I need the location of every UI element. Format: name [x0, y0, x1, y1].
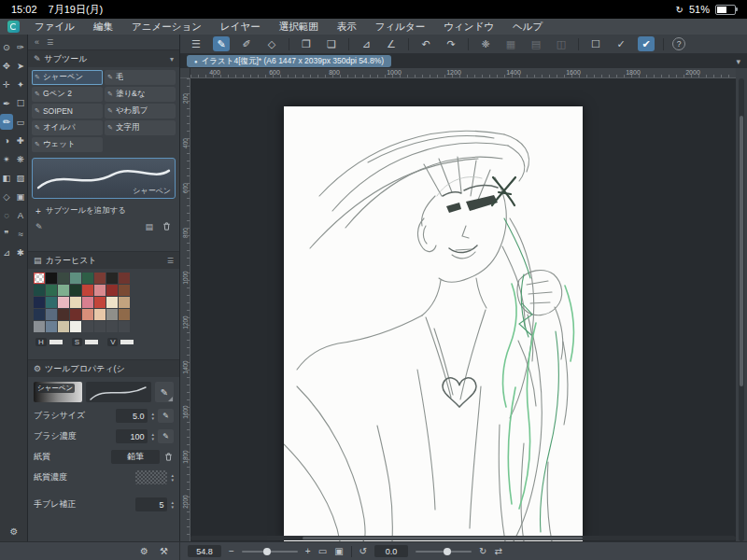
- rotation-value[interactable]: 0.0: [374, 545, 408, 557]
- hue-chip[interactable]: H: [35, 338, 63, 346]
- blend-tool-icon[interactable]: ◑: [0, 133, 13, 148]
- color-swatch[interactable]: [82, 309, 93, 320]
- color-swatch[interactable]: [82, 297, 93, 308]
- marker-tool-icon[interactable]: ✐: [238, 36, 255, 51]
- color-swatch[interactable]: [70, 273, 81, 284]
- actual-size-button[interactable]: ▣: [334, 546, 343, 556]
- color-swatch[interactable]: [119, 285, 130, 296]
- color-swatch[interactable]: [70, 285, 81, 296]
- color-panel-menu-icon[interactable]: ☰: [167, 257, 174, 265]
- color-swatch[interactable]: [58, 321, 69, 332]
- pen-tool-icon[interactable]: ✎: [213, 36, 230, 51]
- subtool-panel-menu-icon[interactable]: ▾: [170, 55, 174, 63]
- color-swatch[interactable]: [82, 273, 93, 284]
- color-swatch[interactable]: [46, 321, 57, 332]
- color-swatch[interactable]: [46, 273, 57, 284]
- subtool-item[interactable]: ✎文字用: [105, 120, 176, 135]
- color-swatch[interactable]: [119, 297, 130, 308]
- opacity-dynamics-button[interactable]: ✎: [158, 429, 174, 443]
- texture-density-value[interactable]: [135, 470, 167, 484]
- add-subtool-button[interactable]: + サブツールを追加する: [28, 202, 179, 218]
- color-swatch[interactable]: [119, 273, 130, 284]
- color-swatch[interactable]: [119, 321, 130, 332]
- menu-item[interactable]: ファイル: [25, 21, 84, 34]
- list-view-icon[interactable]: ▤: [145, 222, 153, 231]
- vertical-scrollbar[interactable]: [739, 78, 744, 541]
- subtool-item[interactable]: ✎シャーペン: [32, 70, 103, 85]
- auto-select-tool-icon[interactable]: ✦: [14, 77, 27, 92]
- color-swatch[interactable]: [106, 273, 118, 284]
- correction-tool-icon[interactable]: ✱: [14, 245, 27, 260]
- value-chip[interactable]: V: [107, 338, 134, 346]
- lasso-tool-icon[interactable]: ◌: [0, 207, 13, 223]
- ruler-icon[interactable]: ⊿: [358, 36, 374, 51]
- menu-item[interactable]: ヘルプ: [503, 21, 552, 34]
- subtool-item[interactable]: ✎ウェット: [32, 137, 103, 152]
- color-swatch[interactable]: [34, 309, 45, 320]
- color-swatch[interactable]: [119, 309, 130, 320]
- color-swatch[interactable]: [58, 285, 69, 296]
- color-swatch[interactable]: [34, 285, 45, 296]
- text-tool-icon[interactable]: A: [14, 207, 27, 223]
- subtool-item[interactable]: ✎毛: [105, 70, 176, 85]
- figure-quick-icon[interactable]: ◇: [263, 36, 280, 51]
- subtool-item[interactable]: ✎Gペン 2: [32, 87, 103, 102]
- export-icon[interactable]: ❏: [323, 36, 340, 51]
- workspace-menu-icon[interactable]: ☰: [188, 36, 204, 51]
- size-dynamics-button[interactable]: ✎: [158, 409, 174, 423]
- color-swatch[interactable]: [106, 285, 118, 296]
- color-swatch[interactable]: [58, 297, 69, 308]
- help-icon[interactable]: ?: [672, 37, 685, 50]
- layer-move-tool-icon[interactable]: ✛: [0, 77, 13, 92]
- hand-tool-icon[interactable]: ✥: [0, 58, 13, 74]
- color-swatch[interactable]: [58, 273, 69, 284]
- horizontal-scrollbar[interactable]: [190, 536, 736, 540]
- color-swatch[interactable]: [46, 309, 57, 320]
- fit-screen-button[interactable]: ▭: [318, 546, 327, 556]
- color-swatch[interactable]: [94, 321, 106, 332]
- brush-size-stepper[interactable]: ▴▾: [151, 412, 154, 421]
- ruler-tool-icon[interactable]: ⊿: [0, 245, 13, 260]
- menu-item[interactable]: 編集: [84, 21, 122, 34]
- edit-subtool-icon[interactable]: ✎: [35, 222, 43, 231]
- undo-icon[interactable]: ↶: [417, 36, 434, 51]
- fill-tool-icon[interactable]: ◧: [0, 170, 13, 186]
- decoration-tool-icon[interactable]: ❋: [14, 151, 27, 167]
- menu-item[interactable]: レイヤー: [211, 21, 270, 34]
- protractor-icon[interactable]: ∠: [383, 36, 400, 51]
- color-swatch[interactable]: [46, 297, 57, 308]
- brush-settings-button[interactable]: ✎: [155, 382, 174, 402]
- balloon-tool-icon[interactable]: ❞: [0, 226, 13, 242]
- subtool-item[interactable]: ✎やわ肌プ: [105, 104, 176, 119]
- pencil-tool-icon[interactable]: ✏: [0, 114, 13, 130]
- canvas[interactable]: [284, 106, 583, 541]
- dock-menu-icon[interactable]: ☰: [47, 38, 53, 47]
- zoom-out-button[interactable]: −: [229, 546, 234, 556]
- color-swatch[interactable]: [82, 285, 93, 296]
- stabilization-stepper[interactable]: ▴▾: [171, 500, 174, 510]
- workspace-tools-icon[interactable]: ⚒: [160, 546, 168, 556]
- operation-tool-icon[interactable]: ➤: [14, 58, 27, 74]
- frame-border-tool-icon[interactable]: ▣: [14, 189, 27, 204]
- gradient-tool-icon[interactable]: ▨: [14, 170, 27, 186]
- trash-icon[interactable]: [162, 221, 172, 231]
- collapse-dock-icon[interactable]: «: [35, 37, 39, 47]
- color-swatch[interactable]: [34, 321, 45, 332]
- color-swatch[interactable]: [94, 285, 106, 296]
- antialias-icon[interactable]: ✓: [613, 36, 629, 51]
- color-swatch[interactable]: [106, 309, 118, 320]
- zoom-slider[interactable]: [242, 551, 298, 553]
- color-swatch[interactable]: [106, 297, 118, 308]
- color-swatch[interactable]: [94, 309, 106, 320]
- import-icon[interactable]: ❐: [298, 36, 315, 51]
- menu-item[interactable]: 選択範囲: [270, 21, 328, 34]
- color-swatch[interactable]: [82, 321, 93, 332]
- menu-item[interactable]: フィルター: [366, 21, 434, 34]
- texture-trash-icon[interactable]: [163, 452, 174, 462]
- brush-opacity-stepper[interactable]: ▴▾: [151, 432, 154, 441]
- texture-density-stepper[interactable]: ▴▾: [171, 473, 174, 483]
- tool-settings-icon[interactable]: ⚙: [0, 526, 28, 537]
- brush-opacity-value[interactable]: 100: [116, 429, 148, 443]
- clip-studio-logo-icon[interactable]: [7, 21, 20, 33]
- eraser-tool-icon[interactable]: ▭: [14, 114, 27, 130]
